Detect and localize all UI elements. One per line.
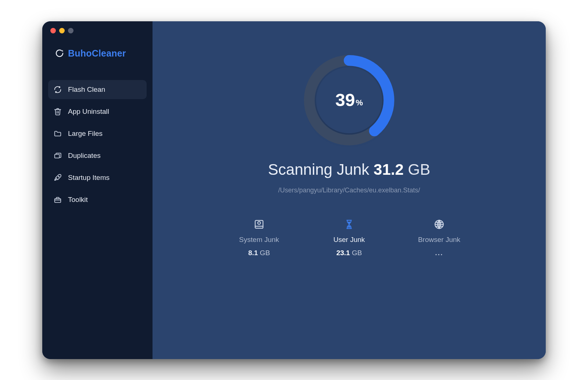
maximize-button[interactable] — [68, 28, 74, 33]
category-system-junk: System Junk 8.1 GB — [231, 218, 288, 257]
sidebar: BuhoCleaner Flash Clean — [42, 21, 153, 359]
sidebar-item-duplicates[interactable]: Duplicates — [48, 146, 147, 165]
sidebar-item-startup-items[interactable]: Startup Items — [48, 168, 147, 187]
sidebar-item-toolkit[interactable]: Toolkit — [48, 190, 147, 209]
category-label: Browser Junk — [418, 236, 460, 244]
sidebar-item-label: Duplicates — [68, 152, 101, 160]
refresh-icon — [53, 85, 62, 94]
category-label: User Junk — [333, 236, 365, 244]
scan-progress-ring: 39 % — [303, 54, 395, 146]
hourglass-icon — [343, 218, 355, 231]
app-window: BuhoCleaner Flash Clean — [42, 21, 546, 359]
category-label: System Junk — [239, 236, 279, 244]
progress-value: 39 — [336, 90, 355, 110]
sidebar-item-label: Large Files — [68, 130, 103, 138]
app-brand: BuhoCleaner — [42, 48, 153, 59]
scan-title: Scanning Junk 31.2 GB — [268, 161, 430, 178]
junk-categories: System Junk 8.1 GB User Junk — [231, 218, 468, 257]
sidebar-item-label: Startup Items — [68, 174, 110, 182]
sidebar-item-large-files[interactable]: Large Files — [48, 124, 147, 143]
sidebar-item-label: App Uninstall — [68, 108, 109, 116]
toolbox-icon — [53, 195, 62, 204]
scan-size-value: 31.2 — [374, 161, 404, 178]
window-controls — [42, 28, 153, 33]
layers-icon — [53, 151, 62, 160]
svg-rect-0 — [55, 154, 60, 158]
sidebar-nav: Flash Clean App Uninstall — [42, 80, 153, 209]
rocket-icon — [53, 173, 62, 182]
trash-icon — [53, 107, 62, 116]
scan-current-path: /Users/pangyu/Library/Caches/eu.exelban.… — [278, 187, 420, 194]
percent-symbol: % — [356, 98, 363, 108]
svg-point-1 — [58, 176, 59, 177]
globe-icon — [433, 218, 445, 231]
sidebar-item-flash-clean[interactable]: Flash Clean — [48, 80, 147, 99]
folder-icon — [53, 129, 62, 138]
svg-rect-2 — [55, 199, 61, 202]
main-panel: 39 % Scanning Junk 31.2 GB /Users/pangyu… — [153, 21, 546, 359]
minimize-button[interactable] — [59, 28, 65, 33]
progress-label: 39 % — [303, 54, 395, 146]
close-button[interactable] — [50, 28, 56, 33]
sidebar-item-label: Toolkit — [68, 196, 88, 204]
category-user-junk: User Junk 23.1 GB — [321, 218, 378, 257]
category-pending: ... — [435, 249, 443, 257]
svg-point-6 — [258, 221, 261, 224]
disk-icon — [253, 218, 265, 231]
sidebar-item-app-uninstall[interactable]: App Uninstall — [48, 102, 147, 121]
sidebar-item-label: Flash Clean — [68, 86, 105, 94]
scan-title-prefix: Scanning Junk — [268, 161, 373, 178]
app-logo-icon — [55, 48, 64, 58]
category-size: 23.1 GB — [336, 249, 362, 257]
category-browser-junk: Browser Junk ... — [411, 218, 468, 257]
app-name: BuhoCleaner — [68, 48, 126, 59]
scan-size-unit: GB — [404, 161, 430, 178]
category-size: 8.1 GB — [248, 249, 270, 257]
